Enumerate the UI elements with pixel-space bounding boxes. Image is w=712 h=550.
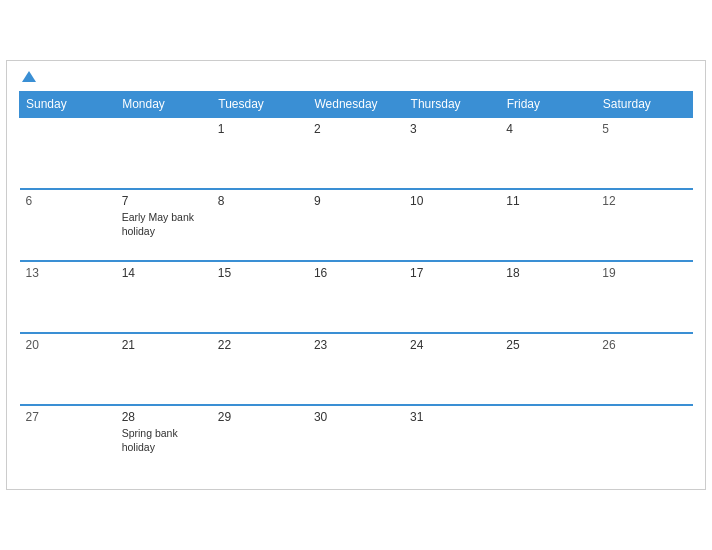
day-number: 2: [314, 122, 398, 136]
day-number: 5: [602, 122, 686, 136]
day-number: 4: [506, 122, 590, 136]
calendar-cell: 2: [308, 117, 404, 189]
calendar-week-row: 12345: [20, 117, 693, 189]
calendar-cell: 29: [212, 405, 308, 477]
calendar-cell: 22: [212, 333, 308, 405]
calendar-cell: 13: [20, 261, 116, 333]
calendar-cell: 19: [596, 261, 692, 333]
calendar-cell: 12: [596, 189, 692, 261]
day-number: 26: [602, 338, 686, 352]
calendar-cell: 15: [212, 261, 308, 333]
calendar-week-row: 2728Spring bank holiday293031: [20, 405, 693, 477]
weekday-header-thursday: Thursday: [404, 92, 500, 118]
calendar-cell: 8: [212, 189, 308, 261]
weekday-header-wednesday: Wednesday: [308, 92, 404, 118]
calendar-cell: 11: [500, 189, 596, 261]
day-number: 8: [218, 194, 302, 208]
weekday-header-tuesday: Tuesday: [212, 92, 308, 118]
day-number: 31: [410, 410, 494, 424]
calendar: SundayMondayTuesdayWednesdayThursdayFrid…: [6, 60, 706, 490]
day-number: 7: [122, 194, 206, 208]
day-number: 6: [26, 194, 110, 208]
calendar-cell: 9: [308, 189, 404, 261]
day-number: 20: [26, 338, 110, 352]
calendar-week-row: 67Early May bank holiday89101112: [20, 189, 693, 261]
calendar-cell: 5: [596, 117, 692, 189]
day-number: 3: [410, 122, 494, 136]
day-number: 25: [506, 338, 590, 352]
calendar-cell: 20: [20, 333, 116, 405]
day-number: 15: [218, 266, 302, 280]
calendar-table: SundayMondayTuesdayWednesdayThursdayFrid…: [19, 91, 693, 477]
day-number: 9: [314, 194, 398, 208]
day-number: 18: [506, 266, 590, 280]
calendar-cell: 25: [500, 333, 596, 405]
day-number: 30: [314, 410, 398, 424]
day-number: 16: [314, 266, 398, 280]
calendar-cell: 1: [212, 117, 308, 189]
logo-blue-text: [19, 71, 36, 83]
calendar-cell: 16: [308, 261, 404, 333]
day-number: 24: [410, 338, 494, 352]
event-label: Early May bank holiday: [122, 211, 206, 238]
day-number: 11: [506, 194, 590, 208]
calendar-cell: 23: [308, 333, 404, 405]
calendar-cell: 26: [596, 333, 692, 405]
calendar-cell: 21: [116, 333, 212, 405]
day-number: 12: [602, 194, 686, 208]
weekday-header-row: SundayMondayTuesdayWednesdayThursdayFrid…: [20, 92, 693, 118]
calendar-cell: 18: [500, 261, 596, 333]
calendar-cell: 10: [404, 189, 500, 261]
calendar-cell: 28Spring bank holiday: [116, 405, 212, 477]
logo: [19, 71, 36, 83]
calendar-cell: 3: [404, 117, 500, 189]
weekday-header-monday: Monday: [116, 92, 212, 118]
weekday-header-sunday: Sunday: [20, 92, 116, 118]
day-number: 13: [26, 266, 110, 280]
day-number: 1: [218, 122, 302, 136]
day-number: 29: [218, 410, 302, 424]
calendar-week-row: 20212223242526: [20, 333, 693, 405]
calendar-cell: 17: [404, 261, 500, 333]
calendar-cell: [596, 405, 692, 477]
day-number: 17: [410, 266, 494, 280]
day-number: 21: [122, 338, 206, 352]
calendar-cell: 30: [308, 405, 404, 477]
calendar-cell: [116, 117, 212, 189]
weekday-header-friday: Friday: [500, 92, 596, 118]
logo-triangle-icon: [22, 71, 36, 82]
day-number: 27: [26, 410, 110, 424]
day-number: 10: [410, 194, 494, 208]
calendar-cell: 7Early May bank holiday: [116, 189, 212, 261]
day-number: 14: [122, 266, 206, 280]
calendar-cell: 31: [404, 405, 500, 477]
calendar-cell: 6: [20, 189, 116, 261]
calendar-cell: 27: [20, 405, 116, 477]
calendar-week-row: 13141516171819: [20, 261, 693, 333]
event-label: Spring bank holiday: [122, 427, 206, 454]
day-number: 22: [218, 338, 302, 352]
day-number: 19: [602, 266, 686, 280]
calendar-thead: SundayMondayTuesdayWednesdayThursdayFrid…: [20, 92, 693, 118]
calendar-cell: [20, 117, 116, 189]
calendar-header: [19, 71, 693, 83]
weekday-header-saturday: Saturday: [596, 92, 692, 118]
day-number: 28: [122, 410, 206, 424]
calendar-cell: 14: [116, 261, 212, 333]
calendar-cell: 4: [500, 117, 596, 189]
day-number: 23: [314, 338, 398, 352]
calendar-cell: 24: [404, 333, 500, 405]
calendar-cell: [500, 405, 596, 477]
calendar-tbody: 1234567Early May bank holiday89101112131…: [20, 117, 693, 477]
